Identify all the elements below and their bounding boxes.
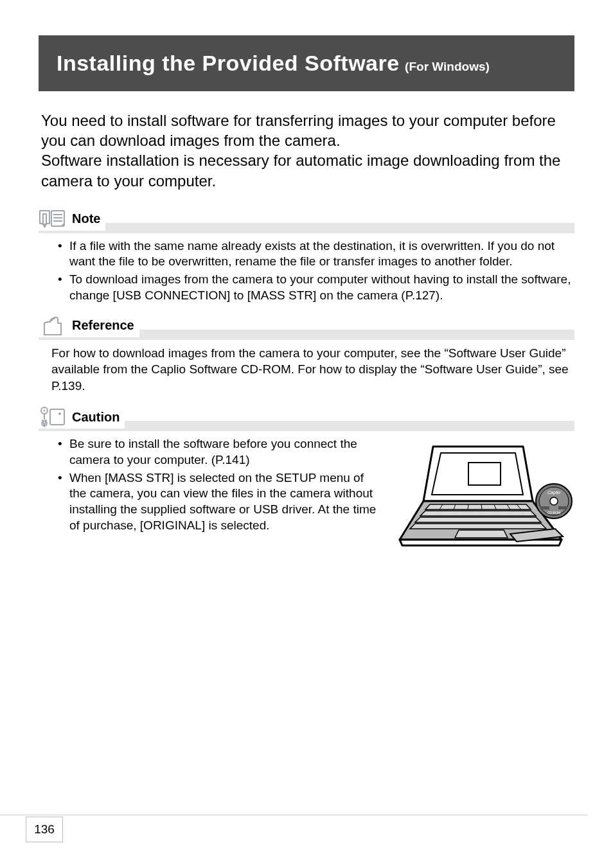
svg-point-7 [44, 410, 46, 412]
reference-callout: Reference For how to download images fro… [39, 314, 574, 394]
page-title-main: Installing the Provided Software [57, 51, 400, 75]
reference-label: Reference [72, 318, 134, 333]
svg-marker-1 [42, 224, 48, 228]
caution-callout: Caution Be sure to install the software … [39, 405, 574, 558]
svg-marker-18 [420, 511, 536, 516]
intro-paragraph-2: Software installation is necessary for a… [41, 150, 572, 190]
svg-marker-28 [455, 530, 508, 538]
note-callout: Note If a file with the same name alread… [39, 208, 574, 304]
svg-marker-20 [410, 524, 546, 529]
svg-marker-19 [415, 517, 541, 522]
svg-text:CD-ROM: CD-ROM [547, 511, 561, 515]
note-label: Note [72, 211, 100, 226]
svg-text:Caplio: Caplio [547, 490, 560, 495]
footer-divider [0, 815, 587, 815]
caution-header: Caution [39, 405, 574, 429]
reference-body: For how to download images from the came… [39, 345, 574, 394]
svg-marker-16 [400, 540, 562, 545]
svg-rect-14 [468, 463, 501, 485]
svg-point-32 [550, 497, 558, 505]
caution-item-1: Be sure to install the software before y… [58, 436, 382, 468]
caution-body: Be sure to install the software before y… [39, 436, 574, 558]
note-item-1: If a file with the same name already exi… [58, 238, 574, 270]
svg-rect-34 [540, 506, 549, 509]
note-list: If a file with the same name already exi… [39, 238, 574, 304]
title-bar: Installing the Provided Software (For Wi… [39, 35, 574, 91]
laptop-cd-illustration: Caplio CD-ROM [395, 440, 574, 558]
document-page: Installing the Provided Software (For Wi… [0, 0, 613, 558]
intro-paragraph-1: You need to install software for transfe… [41, 111, 572, 150]
page-title-sub: (For Windows) [405, 60, 490, 73]
svg-point-11 [58, 412, 61, 415]
page-number: 136 [26, 817, 63, 842]
intro-text: You need to install software for transfe… [39, 111, 574, 191]
caution-item-2: When [MASS STR] is selected on the SETUP… [58, 470, 382, 534]
note-header: Note [39, 208, 574, 231]
note-icon [39, 208, 66, 231]
svg-marker-0 [40, 211, 49, 224]
caution-label: Caution [72, 410, 120, 425]
reference-header: Reference [39, 314, 574, 337]
caution-list: Be sure to install the software before y… [39, 436, 382, 533]
note-header-bar [39, 223, 574, 233]
reference-icon [39, 314, 66, 337]
svg-rect-10 [50, 409, 64, 425]
svg-rect-35 [558, 506, 567, 509]
note-item-2: To download images from the camera to yo… [58, 272, 574, 303]
caution-icon [39, 405, 66, 429]
